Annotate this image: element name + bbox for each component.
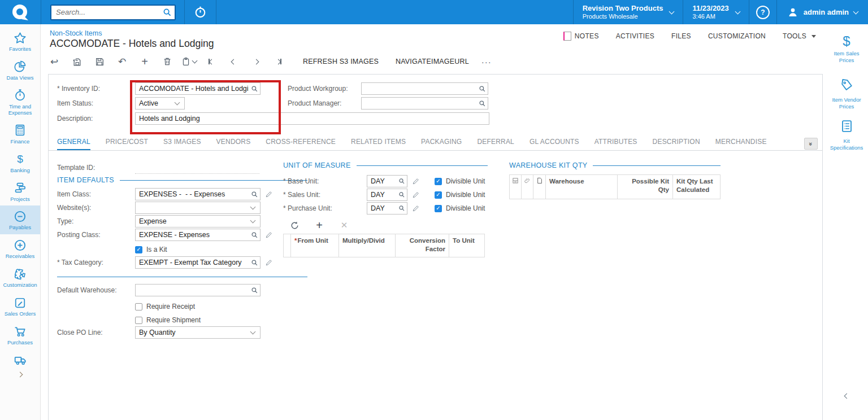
files-button[interactable]: FILES (671, 32, 691, 40)
breadcrumb[interactable]: Non-Stock Items (50, 29, 102, 37)
side-panel-item-sales-prices[interactable]: $ Item Sales Prices (825, 34, 868, 64)
inventory-id-field[interactable] (135, 82, 261, 95)
sidebar-item-inventory[interactable] (0, 349, 40, 372)
go-next-button[interactable] (248, 54, 264, 69)
edit-pencil-icon[interactable] (412, 191, 420, 199)
sidebar-item-favorites[interactable]: Favorites (0, 27, 40, 56)
tab-price-cost[interactable]: PRICE/COST (106, 138, 148, 150)
col-kit-qty-last-calculated[interactable]: Kit Qty Last Calculated (673, 175, 721, 199)
sidebar-item-receivables[interactable]: Receivables (0, 234, 40, 263)
tab-packaging[interactable]: PACKAGING (421, 138, 462, 150)
undo-button[interactable]: ↶ (114, 54, 131, 69)
lookup-icon[interactable] (398, 178, 405, 185)
tab-description[interactable]: DESCRIPTION (653, 138, 700, 150)
delete-row-button[interactable]: ✕ (338, 219, 350, 231)
copy-paste-button[interactable] (181, 57, 197, 66)
lookup-icon[interactable] (398, 205, 405, 212)
go-first-button[interactable] (202, 54, 219, 69)
activities-button[interactable]: ACTIVITIES (616, 32, 654, 40)
paperclip-icon[interactable] (522, 175, 533, 199)
tab-related-items[interactable]: RELATED ITEMS (351, 138, 406, 150)
navigate-image-url-button[interactable]: NAVIGATEIMAGEURL (389, 58, 476, 65)
tab-cross-reference[interactable]: CROSS-REFERENCE (266, 138, 336, 150)
type-select[interactable]: Expense (135, 215, 261, 228)
is-a-kit-checkbox[interactable] (135, 246, 142, 253)
sidebar-item-data-views[interactable]: Data Views (0, 56, 40, 85)
col-possible-kit-qty[interactable]: Possible Kit Qty (618, 175, 673, 199)
tab-gl-accounts[interactable]: GL ACCOUNTS (530, 138, 579, 150)
posting-class-field[interactable] (135, 229, 261, 241)
product-manager-field[interactable] (361, 97, 488, 110)
purchase-divisible-checkbox[interactable] (435, 205, 442, 212)
side-panel-item-vendor-prices[interactable]: Item Vendor Prices (825, 78, 868, 110)
edit-pencil-icon[interactable] (265, 231, 273, 239)
tab-s3-images[interactable]: S3 IMAGES (163, 138, 201, 150)
tools-button[interactable]: TOOLS (783, 32, 816, 40)
purchase-unit-field[interactable] (367, 202, 407, 215)
business-date-button[interactable] (185, 0, 216, 24)
notes-button[interactable]: NOTES (563, 32, 599, 41)
lookup-icon[interactable] (251, 259, 258, 266)
require-receipt-checkbox[interactable] (135, 303, 142, 310)
col-to-unit[interactable]: To Unit (449, 234, 486, 257)
edit-pencil-icon[interactable] (412, 204, 420, 212)
back-button[interactable]: ↩ (46, 54, 63, 69)
tenant-selector[interactable]: Revision Two Products Products Wholesale (574, 0, 683, 24)
item-status-select[interactable]: Active (135, 97, 185, 110)
acumatica-logo[interactable] (0, 0, 41, 24)
search-input[interactable] (51, 8, 163, 16)
tab-general[interactable]: GENERAL (57, 138, 90, 150)
sidebar-item-finance[interactable]: Finance (0, 120, 40, 148)
customization-button[interactable]: CUSTOMIZATION (708, 32, 766, 40)
tab-merchandise[interactable]: MERCHANDISE (715, 138, 767, 150)
business-date-selector[interactable]: 11/23/2023 3:46 AM (683, 0, 748, 24)
add-row-button[interactable]: + (313, 219, 326, 231)
product-workgroup-field[interactable] (361, 82, 488, 95)
tab-vendors[interactable]: VENDORS (216, 138, 251, 150)
search-icon[interactable] (163, 8, 172, 17)
tab-attributes[interactable]: ATTRIBUTES (594, 138, 637, 150)
item-class-field[interactable] (135, 188, 261, 200)
grid-settings-icon[interactable] (510, 175, 522, 199)
col-from-unit[interactable]: From Unit (291, 234, 339, 257)
tax-category-field[interactable] (135, 256, 261, 269)
sidebar-item-banking[interactable]: $ Banking (0, 148, 40, 177)
delete-button[interactable] (159, 54, 176, 69)
description-field[interactable] (135, 112, 489, 125)
help-button[interactable]: ? (749, 0, 776, 24)
lookup-icon[interactable] (479, 100, 486, 107)
save-button[interactable] (91, 54, 108, 69)
close-po-line-select[interactable]: By Quantity (135, 326, 261, 339)
go-prev-button[interactable] (225, 54, 242, 69)
lookup-icon[interactable] (251, 287, 258, 294)
sidebar-item-customization[interactable]: Customization (0, 263, 40, 292)
lookup-icon[interactable] (251, 85, 258, 93)
save-close-button[interactable] (68, 54, 85, 69)
lookup-icon[interactable] (251, 231, 258, 239)
edit-pencil-icon[interactable] (412, 177, 420, 185)
sidebar-item-purchases[interactable]: Purchases (0, 321, 40, 349)
require-shipment-checkbox[interactable] (135, 317, 142, 324)
tab-deferral[interactable]: DEFERRAL (477, 138, 514, 150)
refresh-button[interactable] (288, 219, 301, 231)
user-menu[interactable]: admin admin (777, 0, 868, 24)
go-last-button[interactable] (270, 54, 287, 69)
edit-pencil-icon[interactable] (265, 259, 273, 266)
side-panel-item-kit-specifications[interactable]: Kit Specifications (825, 119, 868, 151)
base-divisible-checkbox[interactable] (435, 178, 442, 185)
col-conversion-factor[interactable]: Conversion Factor (396, 234, 449, 257)
note-file-icon[interactable] (533, 175, 546, 199)
collapse-panel-chevron[interactable] (825, 394, 868, 398)
sales-unit-field[interactable] (367, 189, 407, 201)
lookup-icon[interactable] (251, 191, 258, 198)
add-button[interactable]: + (136, 54, 153, 69)
sales-divisible-checkbox[interactable] (435, 191, 442, 199)
col-warehouse[interactable]: Warehouse (546, 175, 618, 199)
col-multiply-divide[interactable]: Multiply/Divid (339, 234, 396, 257)
websites-select[interactable] (135, 202, 261, 214)
sidebar-item-sales-orders[interactable]: Sales Orders (0, 292, 40, 321)
base-unit-field[interactable] (367, 175, 407, 187)
lookup-icon[interactable] (479, 85, 486, 93)
tab-overflow-button[interactable]: » (804, 138, 818, 150)
sidebar-expand-chevron[interactable] (0, 372, 40, 377)
